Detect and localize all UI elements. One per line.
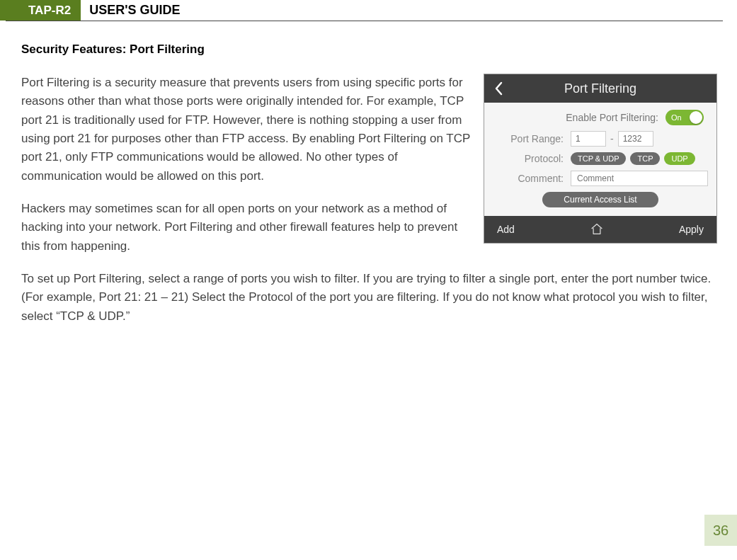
body-wrap: Port Filtering Enable Port Filtering: On… [21,74,717,326]
port-range-label: Port Range: [493,133,564,144]
device-footer: Add Apply [484,216,716,243]
port-to-input[interactable] [618,131,653,147]
add-button[interactable]: Add [497,224,515,235]
current-access-list-button[interactable]: Current Access List [542,192,658,207]
page-number: 36 [713,522,729,539]
port-range-separator: - [610,133,614,144]
comment-input[interactable] [571,171,708,186]
apply-button[interactable]: Apply [679,224,704,235]
protocol-pill-group: TCP & UDP TCP UDP [571,152,695,165]
product-name: TAP-R2 [28,4,71,18]
protocol-tcpudp-button[interactable]: TCP & UDP [571,152,626,165]
back-button[interactable] [484,74,513,103]
enable-row: Enable Port Filtering: On [493,110,708,125]
paragraph-3: To set up Port Filtering, select a range… [21,270,717,326]
comment-row: Comment: [493,171,708,186]
device-title: Port Filtering [484,81,716,96]
comment-label: Comment: [493,173,564,184]
product-badge: TAP-R2 [0,0,81,21]
page-content: Security Features: Port Filtering Port F… [0,21,737,326]
doc-title: USER'S GUIDE [81,0,188,21]
enable-toggle[interactable]: On [665,110,704,125]
doc-header: TAP-R2 USER'S GUIDE [6,0,723,21]
section-heading: Security Features: Port Filtering [21,42,717,57]
device-titlebar: Port Filtering [484,74,716,103]
port-from-input[interactable] [571,131,606,147]
protocol-udp-button[interactable]: UDP [664,152,695,165]
enable-label: Enable Port Filtering: [566,112,658,123]
chevron-left-icon [493,81,503,96]
port-range-row: Port Range: - [493,131,708,147]
protocol-tcp-button[interactable]: TCP [630,152,660,165]
toggle-knob [690,111,702,124]
home-icon [590,222,604,235]
device-form: Enable Port Filtering: On Port Range: - … [484,103,716,216]
page-number-box: 36 [704,515,737,546]
home-button[interactable] [590,222,604,237]
protocol-row: Protocol: TCP & UDP TCP UDP [493,152,708,165]
toggle-on-label: On [671,113,682,122]
protocol-label: Protocol: [493,153,564,164]
device-screenshot: Port Filtering Enable Port Filtering: On… [484,74,717,244]
